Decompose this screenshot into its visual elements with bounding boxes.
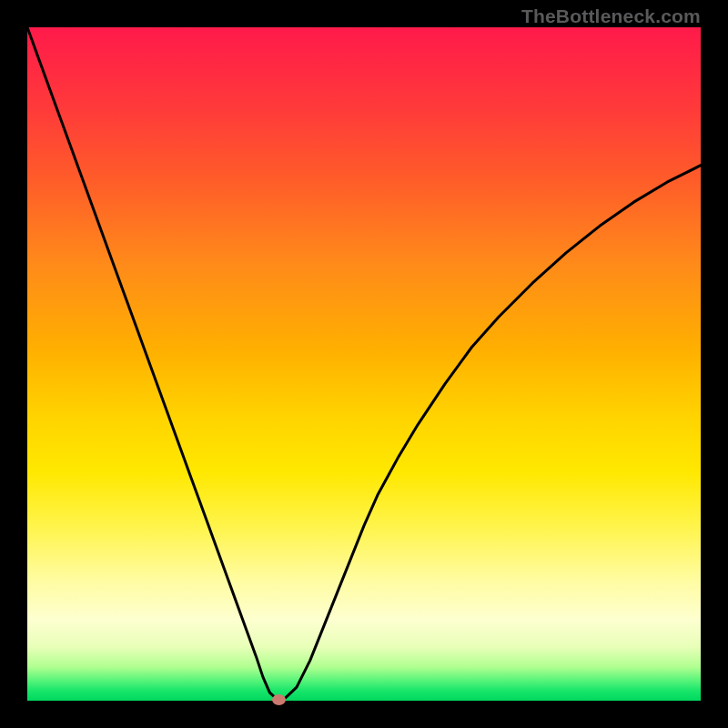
minimum-marker <box>272 694 286 705</box>
bottleneck-curve <box>27 27 701 701</box>
plot-area <box>27 27 701 701</box>
attribution-text: TheBottleneck.com <box>521 5 701 27</box>
curve-path <box>27 27 701 700</box>
chart-frame: TheBottleneck.com <box>0 0 728 728</box>
